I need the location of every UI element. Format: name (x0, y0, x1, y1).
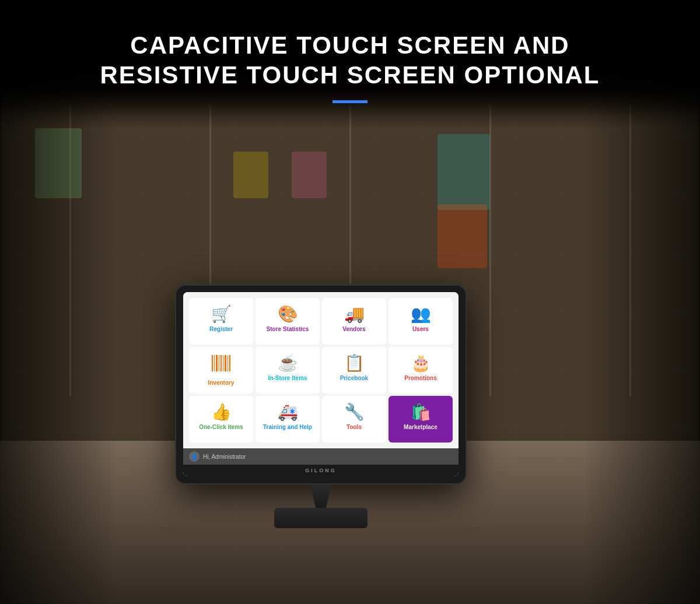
monitor-wrapper: 🛒 Register 🎨 Store Statistics 🚚 Vendors … (175, 284, 467, 528)
tile-pricebook[interactable]: 📋 Pricebook (322, 347, 386, 394)
instore-icon: ☕ (278, 355, 298, 371)
users-label: Users (412, 326, 429, 333)
tile-users[interactable]: 👥 Users (388, 298, 453, 345)
vendors-icon: 🚚 (344, 306, 365, 322)
marketplace-label: Marketplace (404, 424, 438, 431)
oneclick-icon: 👍 (211, 404, 232, 420)
promotions-icon: 🎂 (411, 355, 431, 371)
monitor: 🛒 Register 🎨 Store Statistics 🚚 Vendors … (175, 284, 467, 484)
tile-training-help[interactable]: 🚑 Training and Help (256, 396, 320, 443)
svg-rect-0 (212, 355, 213, 371)
brand-label: GILONG (305, 468, 337, 473)
training-icon: 🚑 (278, 404, 298, 420)
pricebook-icon: 📋 (344, 355, 365, 371)
monitor-stand-neck (303, 484, 338, 508)
pricebook-label: Pricebook (340, 375, 368, 382)
inventory-icon (212, 355, 230, 376)
promotions-label: Promotions (404, 375, 437, 382)
marketplace-icon: 🛍️ (411, 404, 431, 420)
tools-label: Tools (346, 424, 362, 431)
main-title: CAPACITIVE TOUCH SCREEN AND RESISTIVE TO… (100, 31, 600, 90)
svg-rect-2 (216, 355, 218, 371)
inventory-label: Inventory (208, 380, 234, 387)
svg-rect-1 (214, 355, 215, 371)
svg-rect-7 (228, 355, 228, 371)
tile-promotions[interactable]: 🎂 Promotions (388, 347, 453, 394)
svg-rect-4 (220, 355, 222, 371)
screen: 🛒 Register 🎨 Store Statistics 🚚 Vendors … (183, 292, 459, 476)
tile-vendors[interactable]: 🚚 Vendors (322, 298, 386, 345)
tile-instore-items[interactable]: ☕ In-Store Items (256, 347, 320, 394)
instore-label: In-Store Items (268, 375, 307, 382)
svg-rect-8 (229, 355, 230, 371)
tile-store-statistics[interactable]: 🎨 Store Statistics (256, 298, 320, 345)
tile-register[interactable]: 🛒 Register (189, 298, 253, 345)
admin-avatar: 👤 (189, 451, 200, 462)
svg-rect-5 (223, 355, 223, 371)
svg-rect-6 (225, 355, 226, 371)
svg-rect-3 (219, 355, 219, 371)
tile-inventory[interactable]: Inventory (189, 347, 253, 394)
register-label: Register (209, 326, 233, 333)
status-bar: 👤 Hi, Administrator (183, 448, 459, 465)
store-statistics-icon: 🎨 (278, 306, 298, 322)
oneclick-label: One-Click Items (199, 424, 243, 431)
users-icon: 👥 (411, 306, 431, 322)
accent-line (332, 100, 368, 103)
tools-icon: 🔧 (344, 404, 365, 420)
header: CAPACITIVE TOUCH SCREEN AND RESISTIVE TO… (0, 0, 700, 117)
app-grid: 🛒 Register 🎨 Store Statistics 🚚 Vendors … (189, 298, 453, 443)
monitor-stand-base (274, 508, 368, 528)
status-greeting: Hi, Administrator (203, 454, 246, 460)
tile-oneclick-items[interactable]: 👍 One-Click Items (189, 396, 253, 443)
store-statistics-label: Store Statistics (267, 326, 309, 333)
tile-tools[interactable]: 🔧 Tools (322, 396, 386, 443)
tile-marketplace[interactable]: 🛍️ Marketplace (388, 396, 453, 443)
training-label: Training and Help (263, 424, 312, 431)
vendors-label: Vendors (342, 326, 365, 333)
screen-content: 🛒 Register 🎨 Store Statistics 🚚 Vendors … (183, 292, 459, 448)
register-icon: 🛒 (211, 306, 232, 322)
